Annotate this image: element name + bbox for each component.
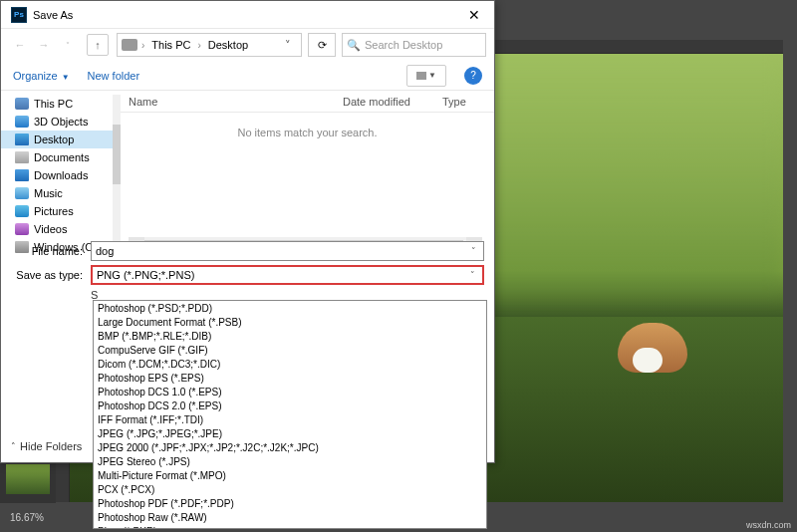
- format-option[interactable]: PCX (*.PCX): [94, 482, 486, 496]
- documents-icon: [15, 151, 29, 163]
- search-icon: 🔍: [347, 39, 361, 52]
- format-option[interactable]: Dicom (*.DCM;*.DC3;*.DIC): [94, 357, 486, 371]
- organize-button[interactable]: Organize▼: [13, 70, 70, 82]
- save-type-value: PNG (*.PNG;*.PNS): [97, 269, 194, 281]
- folder-tree: This PC 3D Objects Desktop Documents Dow…: [1, 91, 121, 255]
- ps-scrollbar-v[interactable]: [783, 40, 797, 502]
- format-option[interactable]: Photoshop DCS 1.0 (*.EPS): [94, 385, 486, 399]
- breadcrumb[interactable]: › This PC › Desktop ˅: [117, 33, 302, 57]
- format-option[interactable]: JPEG (*.JPG;*.JPEG;*.JPE): [94, 426, 486, 440]
- desktop-icon: [15, 133, 29, 145]
- dialog-titlebar: Ps Save As ✕: [1, 1, 494, 29]
- chevron-up-icon: ˄: [11, 441, 16, 451]
- breadcrumb-desktop[interactable]: Desktop: [205, 39, 251, 51]
- organize-toolbar: Organize▼ New folder ▼ ?: [1, 61, 494, 91]
- help-button[interactable]: ?: [464, 67, 482, 85]
- pc-icon: [15, 98, 29, 110]
- zoom-level[interactable]: 16.67%: [10, 512, 44, 523]
- format-option[interactable]: JPEG 2000 (*.JPF;*.JPX;*.JP2;*.J2C;*.J2K…: [94, 440, 486, 454]
- format-option[interactable]: CompuServe GIF (*.GIF): [94, 343, 486, 357]
- col-type[interactable]: Type: [434, 96, 494, 108]
- tree-scrollbar[interactable]: [113, 95, 121, 256]
- tree-desktop[interactable]: Desktop: [1, 131, 120, 148]
- format-option[interactable]: Photoshop DCS 2.0 (*.EPS): [94, 399, 486, 412]
- new-folder-button[interactable]: New folder: [88, 70, 140, 82]
- col-name[interactable]: Name: [121, 96, 335, 108]
- tree-music[interactable]: Music: [1, 184, 120, 202]
- file-name-value: dog: [96, 245, 114, 257]
- format-option[interactable]: Multi-Picture Format (*.MPO): [94, 468, 486, 482]
- file-name-input[interactable]: dog ˅: [91, 241, 484, 261]
- pc-icon: [122, 39, 137, 51]
- tree-documents[interactable]: Documents: [1, 148, 120, 166]
- chevron-down-icon[interactable]: ˅: [467, 270, 478, 280]
- save-type-label: Save as type:: [1, 269, 91, 281]
- format-option[interactable]: IFF Format (*.IFF;*.TDI): [94, 412, 486, 426]
- nav-recent-button[interactable]: ˅: [57, 34, 79, 56]
- view-mode-button[interactable]: ▼: [406, 65, 446, 87]
- chevron-right-icon[interactable]: ›: [195, 40, 202, 51]
- watermark: wsxdn.com: [746, 520, 791, 530]
- breadcrumb-this-pc[interactable]: This PC: [148, 39, 193, 51]
- file-list: Name Date modified Type No items match y…: [121, 91, 494, 255]
- photoshop-icon: Ps: [11, 7, 27, 23]
- close-button[interactable]: ✕: [454, 1, 494, 29]
- hide-folders-button[interactable]: ˄ Hide Folders: [11, 440, 82, 452]
- music-icon: [15, 187, 29, 199]
- search-placeholder: Search Desktop: [365, 39, 442, 51]
- videos-icon: [15, 223, 29, 235]
- tree-downloads[interactable]: Downloads: [1, 166, 120, 184]
- downloads-icon: [15, 169, 29, 181]
- tree-pictures[interactable]: Pictures: [1, 202, 120, 220]
- save-as-dialog: Ps Save As ✕ ← → ˅ ↑ › This PC › Desktop…: [0, 0, 495, 463]
- format-option[interactable]: Large Document Format (*.PSB): [94, 315, 486, 329]
- format-option[interactable]: BMP (*.BMP;*.RLE;*.DIB): [94, 329, 486, 343]
- thumbnail[interactable]: [6, 464, 50, 494]
- chevron-down-icon: ▼: [62, 73, 70, 82]
- nav-up-button[interactable]: ↑: [87, 34, 109, 56]
- chevron-right-icon[interactable]: ›: [139, 40, 146, 51]
- format-option[interactable]: Photoshop (*.PSD;*.PDD): [94, 301, 486, 315]
- refresh-button[interactable]: ⟳: [308, 33, 336, 57]
- format-option[interactable]: Photoshop Raw (*.RAW): [94, 510, 486, 524]
- save-type-dropdown[interactable]: PNG (*.PNG;*.PNS) ˅: [91, 265, 484, 285]
- tree-this-pc[interactable]: This PC: [1, 95, 120, 113]
- nav-back-button[interactable]: ←: [9, 34, 31, 56]
- tree-videos[interactable]: Videos: [1, 220, 120, 238]
- format-option[interactable]: Pixar (*.PXR): [94, 524, 486, 529]
- dialog-title: Save As: [33, 9, 73, 21]
- folder-icon: [15, 116, 29, 128]
- breadcrumb-dropdown-icon[interactable]: ˅: [279, 39, 297, 52]
- format-dropdown-list[interactable]: Photoshop (*.PSD;*.PDD)Large Document Fo…: [93, 300, 487, 529]
- view-icon: [416, 72, 426, 80]
- list-header: Name Date modified Type: [121, 91, 494, 113]
- file-name-label: File name:: [1, 245, 91, 257]
- nav-toolbar: ← → ˅ ↑ › This PC › Desktop ˅ ⟳ 🔍 Search…: [1, 29, 494, 61]
- search-input[interactable]: 🔍 Search Desktop: [342, 33, 486, 57]
- nav-forward-button[interactable]: →: [33, 34, 55, 56]
- format-option[interactable]: Photoshop PDF (*.PDF;*.PDP): [94, 496, 486, 510]
- empty-message: No items match your search.: [121, 113, 494, 255]
- format-option[interactable]: Photoshop EPS (*.EPS): [94, 371, 486, 385]
- pictures-icon: [15, 205, 29, 217]
- format-option[interactable]: JPEG Stereo (*.JPS): [94, 454, 486, 468]
- tree-3d-objects[interactable]: 3D Objects: [1, 113, 120, 131]
- col-date[interactable]: Date modified: [335, 96, 434, 108]
- chevron-down-icon[interactable]: ˅: [468, 246, 479, 256]
